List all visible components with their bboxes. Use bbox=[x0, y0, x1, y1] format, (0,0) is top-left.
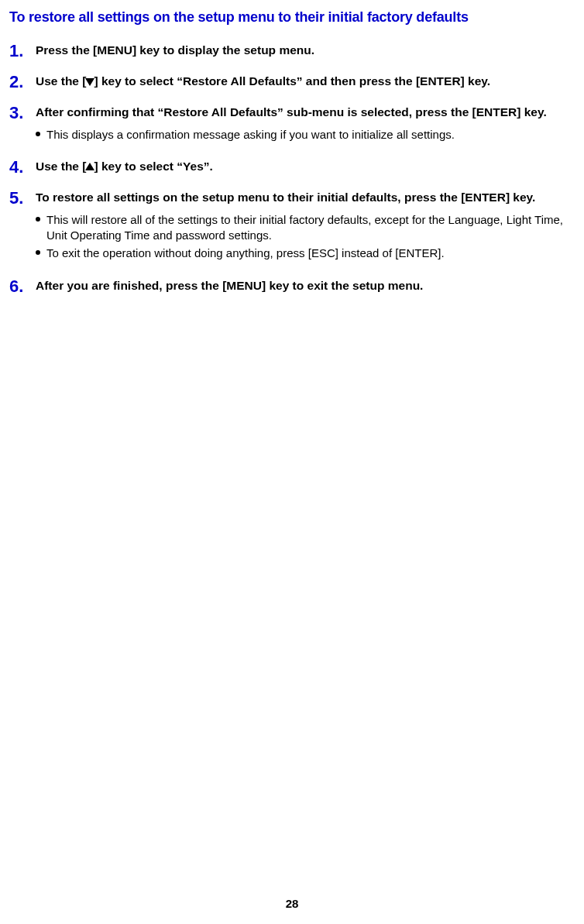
step-2: 2.Use the [] key to select “Restore All … bbox=[9, 74, 578, 91]
step-number: 5. bbox=[9, 190, 34, 207]
step-label-before: Use the [ bbox=[36, 160, 86, 173]
step-bullets: This displays a confirmation message ask… bbox=[36, 127, 578, 143]
step-label: Press the [MENU] key to display the setu… bbox=[36, 43, 578, 59]
step-1: 1.Press the [MENU] key to display the se… bbox=[9, 43, 578, 60]
step-label-before: Use the [ bbox=[36, 74, 86, 88]
step-label-before: Press the [MENU] key to display the setu… bbox=[36, 43, 314, 57]
step-number: 4. bbox=[9, 159, 34, 176]
step-6: 6.After you are finished, press the [MEN… bbox=[9, 278, 578, 295]
step-body: Press the [MENU] key to display the setu… bbox=[34, 43, 578, 59]
step-bullets: This will restore all of the settings to… bbox=[36, 212, 578, 261]
step-3: 3.After confirming that “Restore All Def… bbox=[9, 105, 578, 145]
step-body: After you are finished, press the [MENU]… bbox=[34, 278, 578, 294]
step-label-after: ] key to select “Yes”. bbox=[94, 160, 212, 173]
step-body: Use the [] key to select “Yes”. bbox=[34, 159, 578, 175]
step-label-before: After you are finished, press the [MENU]… bbox=[36, 279, 423, 292]
page-title: To restore all settings on the setup men… bbox=[9, 9, 578, 26]
step-4: 4.Use the [] key to select “Yes”. bbox=[9, 159, 578, 176]
step-number: 2. bbox=[9, 74, 34, 91]
step-number: 1. bbox=[9, 43, 34, 60]
steps-list: 1.Press the [MENU] key to display the se… bbox=[9, 43, 578, 295]
bullet-item: To exit the operation without doing anyt… bbox=[36, 246, 578, 261]
step-body: To restore all settings on the setup men… bbox=[34, 190, 578, 263]
step-label: After you are finished, press the [MENU]… bbox=[36, 278, 578, 294]
step-body: After confirming that “Restore All Defau… bbox=[34, 105, 578, 145]
step-5: 5.To restore all settings on the setup m… bbox=[9, 190, 578, 263]
step-label: To restore all settings on the setup men… bbox=[36, 190, 578, 206]
bullet-item: This displays a confirmation message ask… bbox=[36, 127, 578, 143]
step-number: 6. bbox=[9, 278, 34, 295]
step-label-before: To restore all settings on the setup men… bbox=[36, 191, 535, 204]
step-number: 3. bbox=[9, 105, 34, 122]
page-number: 28 bbox=[0, 897, 584, 910]
step-label-after: ] key to select “Restore All Defaults” a… bbox=[94, 74, 490, 88]
step-label-before: After confirming that “Restore All Defau… bbox=[36, 105, 547, 119]
step-label: Use the [] key to select “Yes”. bbox=[36, 159, 578, 175]
step-label: After confirming that “Restore All Defau… bbox=[36, 105, 578, 121]
bullet-item: This will restore all of the settings to… bbox=[36, 212, 578, 242]
step-label: Use the [] key to select “Restore All De… bbox=[36, 74, 578, 90]
step-body: Use the [] key to select “Restore All De… bbox=[34, 74, 578, 90]
